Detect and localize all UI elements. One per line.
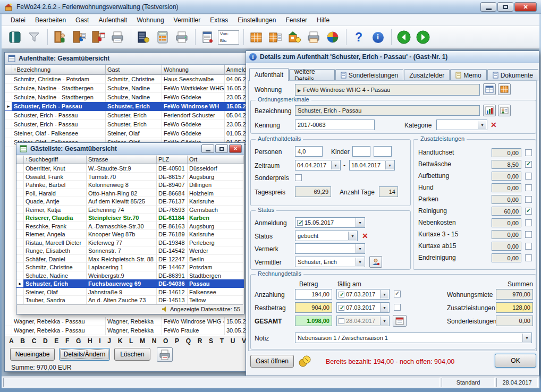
- column-header-bezeichnung[interactable]: ↑Bezeichnung: [12, 65, 106, 75]
- table-row[interactable]: Reiserer, ClaudiaSteinpleiser Str.70DE-6…: [16, 214, 244, 222]
- guest-card-button[interactable]: [498, 105, 511, 116]
- guest-print-button[interactable]: [108, 28, 126, 46]
- alpha-filter-P[interactable]: P: [175, 337, 179, 345]
- table-row[interactable]: Pahnke, BärbelKolonnenweg 8DE-89407Dilli…: [16, 181, 244, 189]
- forward-button[interactable]: [414, 28, 432, 46]
- date-range-filter[interactable]: Von: Bis:: [218, 28, 239, 46]
- column-header-wohnung[interactable]: Wohnung: [162, 65, 225, 75]
- anzahlung-datum-picker[interactable]: 07.03.2017▾: [336, 289, 390, 300]
- wohnung-select-button[interactable]: [498, 83, 511, 95]
- minimize-button[interactable]: [480, 2, 496, 12]
- menu-item-7[interactable]: Einstellungen: [233, 15, 281, 25]
- apartment-new-button[interactable]: [247, 28, 265, 46]
- guests-titlebar[interactable]: Gästeliste: Gesamtübersicht ✕: [16, 143, 244, 155]
- menu-item-0[interactable]: Datei: [6, 15, 30, 25]
- alpha-filter-Q[interactable]: Q: [186, 337, 191, 345]
- zusatz-checkbox[interactable]: [525, 173, 532, 180]
- maximize-button[interactable]: [215, 144, 228, 153]
- zusatz-checkbox[interactable]: [525, 231, 532, 238]
- notiz-select[interactable]: Nebensaison 1 / Zwischensaison 1▾: [295, 333, 532, 343]
- anmeldung-picker[interactable]: 15.05.2017▾: [295, 217, 365, 228]
- column-header-strasse[interactable]: Strasse: [87, 156, 157, 164]
- zusatz-checkbox[interactable]: [525, 161, 532, 168]
- guest-calendar-button[interactable]: [89, 28, 107, 46]
- tab-memo[interactable]: Memo: [450, 69, 486, 81]
- help-button[interactable]: ?: [350, 28, 368, 46]
- apartment-list-button[interactable]: [266, 28, 284, 46]
- restbetrag-bezahlt-checkbox[interactable]: [394, 304, 401, 311]
- tab-sonderleistungen[interactable]: Sonderleistungen: [335, 69, 403, 81]
- alpha-filter-D[interactable]: D: [43, 337, 48, 345]
- table-row[interactable]: Runge, ElisabethSonnenstr. 7DE-14542Werd…: [16, 246, 244, 255]
- maximize-button[interactable]: [497, 2, 513, 12]
- alpha-filter-H[interactable]: H: [88, 337, 92, 345]
- zeitraum-bis-picker[interactable]: 18.04.2017▾: [349, 160, 395, 171]
- wohnung-open-button[interactable]: [483, 83, 496, 95]
- titlebar[interactable]: FeWo24 2.6.2 - Ferienwohnungsverwaltung …: [0, 0, 541, 14]
- kennung-field[interactable]: 2017-0063: [295, 120, 375, 130]
- alpha-filter-R[interactable]: R: [198, 337, 202, 345]
- table-row[interactable]: ►Schuster, ErichFuchsbauerweg 69DE-94036…: [16, 279, 244, 288]
- menu-item-3[interactable]: Aufenthalt: [94, 15, 132, 25]
- zusatz-value-field[interactable]: 0,00: [492, 148, 521, 157]
- personen-field[interactable]: 4,0: [295, 146, 323, 157]
- stay-calculator-button[interactable]: [154, 28, 172, 46]
- table-row[interactable]: Schmitz, ChristineLaplacering 1DE-14467P…: [16, 263, 244, 271]
- table-row[interactable]: Ristau, Marcell DieterKieferweg 77DE-193…: [16, 238, 244, 247]
- table-row[interactable]: Poll, HaraldOtto-Hahn-Ring 82DE-86684Hol…: [16, 189, 244, 198]
- tab-zusatzfelder[interactable]: Zusatzfelder: [404, 69, 450, 81]
- zusatz-value-field[interactable]: 0,00: [492, 218, 521, 227]
- delete-button[interactable]: Löschen: [114, 348, 150, 361]
- alpha-filter-M[interactable]: M: [140, 337, 145, 345]
- new-entry-button[interactable]: Neueingabe: [10, 348, 55, 361]
- zusatz-checkbox[interactable]: [525, 149, 532, 156]
- colors-button[interactable]: [324, 28, 342, 46]
- menu-item-9[interactable]: Hilfe: [312, 15, 334, 25]
- restbetrag-field[interactable]: 904,00: [295, 302, 332, 313]
- alpha-filter-A[interactable]: A: [9, 337, 14, 345]
- zusatz-checkbox[interactable]: [525, 208, 532, 215]
- stay-print-button[interactable]: [173, 28, 191, 46]
- zusatz-value-field[interactable]: 0,00: [492, 183, 521, 192]
- open-guest-button[interactable]: Gast öffnen: [250, 355, 294, 368]
- payments-icon[interactable]: [298, 354, 312, 368]
- zusatz-value-field[interactable]: 0,00: [492, 230, 521, 239]
- zusatz-checkbox[interactable]: [525, 243, 532, 250]
- restbetrag-datum-picker[interactable]: 07.03.2017▾: [336, 302, 390, 313]
- print-list-button[interactable]: [157, 347, 173, 362]
- zusatz-checkbox[interactable]: [525, 184, 532, 191]
- anzahlung-datum-checkbox[interactable]: [339, 292, 344, 297]
- bezeichnung-stats-button[interactable]: [483, 105, 496, 116]
- stay-list-button[interactable]: [199, 28, 217, 46]
- menu-item-4[interactable]: Wohnung: [132, 15, 168, 25]
- alpha-filter-K[interactable]: K: [118, 337, 123, 345]
- zusatz-value-field[interactable]: 0,00: [492, 253, 521, 262]
- filter-button[interactable]: [25, 28, 43, 46]
- column-header-suchbegriff[interactable]: ↑Suchbegriff: [24, 156, 87, 164]
- status-select[interactable]: gebucht▾: [295, 231, 358, 241]
- alpha-filter-U[interactable]: U: [231, 337, 235, 345]
- info-button[interactable]: i: [369, 28, 387, 46]
- close-button[interactable]: ✕: [229, 144, 242, 153]
- kinder-field[interactable]: [352, 146, 370, 157]
- guest-new-button[interactable]: [51, 28, 69, 46]
- details-titlebar[interactable]: i Details zum Aufenthalt 'Schuster, Eric…: [246, 51, 539, 63]
- menu-item-1[interactable]: Bearbeiten: [30, 15, 71, 25]
- guest-list-button[interactable]: [70, 28, 88, 46]
- minimize-button[interactable]: [201, 144, 214, 153]
- alpha-filter-B[interactable]: B: [20, 337, 25, 345]
- gesamt-datum-checkbox[interactable]: [339, 318, 344, 324]
- menu-item-2[interactable]: Gast: [71, 15, 94, 25]
- zusatz-checkbox[interactable]: [525, 196, 532, 203]
- alpha-filter-F[interactable]: F: [65, 337, 69, 345]
- stay-new-button[interactable]: [134, 28, 153, 46]
- table-row[interactable]: Oberritter, KnutW.-Staudte-Str.9DE-40501…: [16, 164, 244, 173]
- zusatz-checkbox[interactable]: [525, 254, 532, 261]
- alpha-filter-N[interactable]: N: [152, 337, 157, 345]
- zeitraum-von-picker[interactable]: 04.04.2017▾: [295, 160, 341, 171]
- restbetrag-datum-checkbox[interactable]: [339, 305, 344, 311]
- alpha-filter-J[interactable]: J: [107, 337, 111, 345]
- menu-item-5[interactable]: Vermittler: [169, 15, 206, 25]
- status-clear-icon[interactable]: ✕: [362, 232, 368, 240]
- alpha-filter-C[interactable]: C: [32, 337, 37, 345]
